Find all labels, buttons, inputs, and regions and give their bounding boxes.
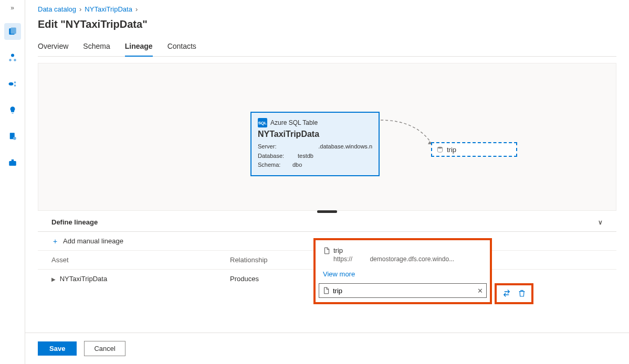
svg-rect-12 xyxy=(11,159,14,161)
svg-point-7 xyxy=(14,84,16,87)
tab-contacts[interactable]: Contacts xyxy=(167,38,196,56)
col-asset-header: Asset xyxy=(51,256,230,264)
footer-bar: Save Cancel xyxy=(25,333,629,364)
sql-icon: SQL xyxy=(258,118,267,127)
node-server-value: .database.windows.n xyxy=(318,142,372,152)
file-icon xyxy=(322,287,330,294)
breadcrumb-item[interactable]: NYTaxiTripData xyxy=(85,5,132,13)
search-result-item[interactable]: trip https:// demostorage.dfs.core.windo… xyxy=(316,244,490,267)
clear-icon[interactable]: ✕ xyxy=(477,287,483,295)
nav-data-map-icon[interactable] xyxy=(4,76,21,92)
nav-insights-icon[interactable] xyxy=(4,102,21,119)
define-lineage-header[interactable]: Define lineage ∨ xyxy=(38,211,616,232)
trash-icon[interactable] xyxy=(518,289,526,299)
nav-policy-icon[interactable] xyxy=(4,128,21,145)
chevron-right-icon: › xyxy=(79,5,81,13)
page-title: Edit "NYTaxiTripData" xyxy=(38,18,616,30)
svg-rect-11 xyxy=(9,161,16,166)
lineage-source-node[interactable]: SQL Azure SQL Table NYTaxiTripData Serve… xyxy=(250,112,380,176)
nav-data-catalog-icon[interactable] xyxy=(4,23,21,40)
tab-bar: Overview Schema Lineage Contacts xyxy=(38,38,616,57)
result-url-prefix: https:// xyxy=(333,255,352,263)
nav-management-icon[interactable] xyxy=(4,154,21,171)
breadcrumb: Data catalog › NYTaxiTripData › xyxy=(38,5,616,13)
asset-search-popover: trip https:// demostorage.dfs.core.windo… xyxy=(313,238,492,304)
plus-icon: + xyxy=(51,238,59,245)
tab-overview[interactable]: Overview xyxy=(38,38,68,56)
svg-point-13 xyxy=(437,147,442,149)
target-node-label: trip xyxy=(447,146,456,154)
svg-rect-1 xyxy=(11,28,16,34)
node-schema-value: dbo xyxy=(292,160,302,170)
left-nav-rail: » xyxy=(0,0,25,364)
svg-point-10 xyxy=(13,137,16,140)
tab-lineage[interactable]: Lineage xyxy=(125,38,153,57)
chevron-right-icon[interactable]: ▶ xyxy=(51,276,56,282)
row-asset-value: NYTaxiTripData xyxy=(60,275,108,283)
resize-handle[interactable] xyxy=(317,210,337,213)
svg-rect-8 xyxy=(12,113,13,114)
lineage-target-node[interactable]: trip xyxy=(431,142,517,157)
nav-sources-icon[interactable] xyxy=(4,49,21,66)
svg-point-2 xyxy=(11,54,14,57)
result-url-suffix: demostorage.dfs.core.windo... xyxy=(370,255,454,263)
database-icon xyxy=(436,146,444,153)
svg-point-4 xyxy=(14,59,16,61)
result-title: trip xyxy=(333,247,343,254)
save-button[interactable]: Save xyxy=(38,341,77,356)
lineage-edge-arrow xyxy=(380,119,458,145)
section-title: Define lineage xyxy=(51,218,98,226)
breadcrumb-root[interactable]: Data catalog xyxy=(38,5,76,13)
node-server-label: Server: xyxy=(258,142,286,152)
file-icon xyxy=(323,247,330,254)
node-type-label: Azure SQL Table xyxy=(270,119,318,126)
node-schema-label: Schema: xyxy=(258,160,287,170)
lineage-canvas[interactable]: SQL Azure SQL Table NYTaxiTripData Serve… xyxy=(38,63,616,211)
chevron-right-icon: › xyxy=(135,5,138,13)
svg-point-5 xyxy=(8,82,13,85)
asset-search-input-row: ✕ xyxy=(319,283,487,298)
chevron-down-icon[interactable]: ∨ xyxy=(598,219,603,226)
node-title: NYTaxiTripData xyxy=(258,130,372,139)
tab-schema[interactable]: Schema xyxy=(83,38,110,56)
node-database-label: Database: xyxy=(258,152,287,161)
view-more-link[interactable]: View more xyxy=(316,267,490,283)
cancel-button[interactable]: Cancel xyxy=(84,341,125,356)
swap-icon[interactable] xyxy=(502,288,511,299)
expand-chevron-icon[interactable]: » xyxy=(11,4,14,12)
svg-point-6 xyxy=(14,81,16,83)
svg-point-3 xyxy=(9,59,12,61)
asset-search-input[interactable] xyxy=(333,287,474,295)
row-actions xyxy=(495,283,533,304)
node-database-value: testdb xyxy=(298,152,313,161)
add-lineage-label: Add manual lineage xyxy=(63,237,123,245)
